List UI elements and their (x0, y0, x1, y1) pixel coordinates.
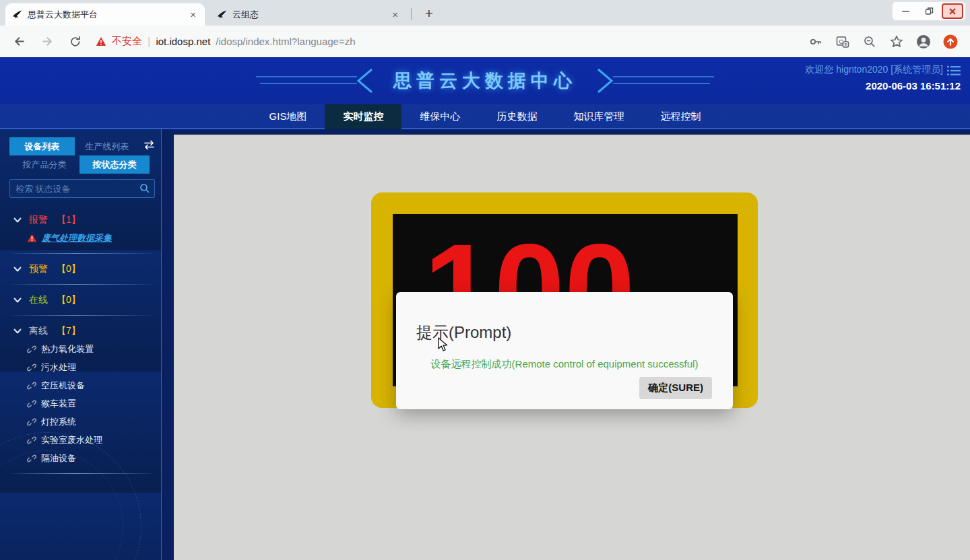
title-right-wing (586, 67, 714, 95)
title-left-wing (256, 67, 384, 95)
browser-update-icon[interactable] (942, 33, 959, 50)
broken-link-icon (27, 363, 36, 372)
minimize-button[interactable] (895, 3, 916, 19)
offline-device-item[interactable]: 污水处理 (0, 358, 162, 376)
sidebar-tab-row-1: 设备列表 生产线列表 (9, 137, 155, 155)
tree-count: 【0】 (57, 263, 81, 275)
offline-device-item[interactable]: 空压机设备 (0, 376, 162, 394)
nav-history-data[interactable]: 历史数据 (478, 104, 555, 129)
offline-device-item[interactable]: 灯控系统 (0, 413, 162, 431)
tree-label: 报警 (29, 214, 48, 226)
tree-node-alarm[interactable]: 报警 【1】 (0, 211, 162, 229)
confirm-button[interactable]: 确定(SURE) (639, 377, 712, 399)
broken-link-icon (27, 417, 36, 427)
close-button[interactable] (942, 3, 963, 19)
security-warning-icon (96, 36, 106, 46)
back-button[interactable] (9, 32, 28, 51)
tree-node-warning[interactable]: 预警 【0】 (0, 260, 162, 278)
password-key-icon[interactable] (807, 33, 825, 50)
broken-link-icon (27, 345, 36, 354)
alarm-device-label: 废气处理数据采集 (42, 232, 112, 244)
broken-link-icon (27, 381, 36, 390)
toolbar-icons: G (807, 33, 959, 50)
new-tab-button[interactable]: + (419, 4, 439, 23)
chevron-down-icon (13, 266, 22, 273)
nav-knowledge-base[interactable]: 知识库管理 (555, 104, 642, 129)
tree-count: 【1】 (57, 214, 81, 226)
device-search-box (9, 179, 155, 198)
tab-close-icon[interactable]: × (390, 9, 400, 20)
main-navbar: GIS地图 实时监控 维保中心 历史数据 知识库管理 远程控制 (0, 104, 970, 129)
tree-section-alarm: 报警 【1】 废气处理数据采集 (0, 205, 162, 254)
forward-button[interactable] (38, 32, 57, 51)
url-divider: | (148, 35, 150, 48)
chevron-down-icon (13, 217, 22, 223)
nav-realtime-monitor[interactable]: 实时监控 (325, 104, 401, 129)
tab-production-line-list[interactable]: 生产线列表 (75, 137, 140, 155)
tree-count: 【0】 (57, 294, 81, 306)
dialog-message: 设备远程控制成功(Remote control of equipment suc… (396, 358, 733, 371)
tree-label: 预警 (29, 263, 48, 275)
tab-close-icon[interactable]: × (188, 9, 198, 20)
bookmark-star-icon[interactable] (888, 33, 905, 50)
tab-title: 思普云大数据平台 (28, 9, 183, 21)
menu-list-icon[interactable] (947, 65, 961, 79)
app-header: 思普云大数据中心 欢迎您 hignton2020 [系统管理员] 2020-06… (0, 57, 970, 104)
browser-tab-cloud[interactable]: 云组态 × (210, 3, 407, 26)
nav-maintenance-center[interactable]: 维保中心 (401, 104, 478, 129)
url-field[interactable]: 不安全 | iot.idosp.net/idosp/index.html?lan… (96, 35, 807, 48)
tree-count: 【7】 (57, 325, 81, 337)
welcome-text: 欢迎您 hignton2020 [系统管理员] (805, 64, 943, 76)
restore-button[interactable] (918, 3, 940, 19)
tab-title: 云组态 (232, 9, 385, 21)
tree-section-online: 在线 【0】 (0, 285, 162, 316)
chevron-down-icon (13, 328, 22, 335)
broken-link-icon (27, 399, 36, 409)
browser-tab-platform[interactable]: 思普云大数据平台 × (5, 3, 205, 26)
offline-device-item[interactable]: 热力氧化装置 (0, 340, 162, 358)
alarm-triangle-icon (27, 234, 37, 242)
dialog-title: 提示(Prompt) (416, 322, 511, 343)
nav-remote-control[interactable]: 远程控制 (642, 104, 719, 129)
tab-device-list[interactable]: 设备列表 (9, 137, 75, 155)
page-title: 思普云大数据中心 (393, 69, 577, 93)
url-path: /idosp/index.html?language=zh (216, 36, 355, 47)
tab-divider (411, 8, 412, 20)
translate-icon[interactable]: G (834, 33, 851, 50)
nav-gis-map[interactable]: GIS地图 (251, 104, 325, 129)
chevron-down-icon (13, 297, 22, 304)
profile-avatar[interactable] (915, 33, 932, 50)
browser-tabstrip: 思普云大数据平台 × 云组态 × + (0, 0, 970, 26)
security-label: 不安全 (112, 35, 142, 48)
sidebar-tab-row-2: 按产品分类 按状态分类 (9, 155, 155, 174)
favicon-dart-icon (12, 9, 22, 20)
offline-device-item[interactable]: 猴车装置 (0, 394, 162, 413)
swap-icon[interactable] (143, 140, 155, 153)
device-status-tree: 报警 【1】 废气处理数据采集 预警 【0】 在线 【0】 (0, 205, 162, 474)
tab-by-product[interactable]: 按产品分类 (9, 155, 79, 174)
search-input[interactable] (10, 184, 139, 194)
tree-label: 在线 (29, 294, 48, 306)
tab-by-status[interactable]: 按状态分类 (79, 155, 150, 174)
refresh-button[interactable] (66, 32, 85, 51)
tree-node-online[interactable]: 在线 【0】 (0, 291, 162, 309)
tree-node-offline[interactable]: 离线 【7】 (0, 322, 162, 340)
tree-label: 离线 (29, 325, 48, 337)
tree-section-warning: 预警 【0】 (0, 254, 162, 285)
browser-addressbar: 不安全 | iot.idosp.net/idosp/index.html?lan… (0, 26, 970, 57)
favicon-dart-icon (217, 9, 227, 20)
search-icon[interactable] (139, 183, 155, 194)
window-controls (892, 1, 966, 21)
mouse-cursor (438, 337, 449, 355)
url-host: iot.idosp.net (156, 36, 210, 47)
zoom-out-icon[interactable] (861, 33, 878, 50)
device-sidebar: 设备列表 生产线列表 按产品分类 按状态分类 报警 【1】 废气处理数据采集 (0, 129, 162, 560)
alarm-device-item[interactable]: 废气处理数据采集 (0, 229, 162, 247)
current-datetime: 2020-06-03 16:51:12 (866, 80, 961, 92)
